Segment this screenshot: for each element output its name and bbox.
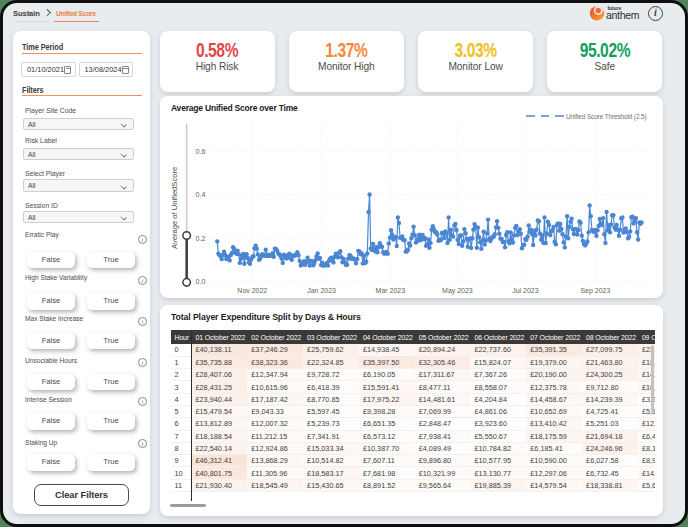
svg-text:0.6: 0.6	[195, 147, 205, 155]
svg-text:May 2023: May 2023	[442, 286, 473, 294]
svg-text:Mar 2023: Mar 2023	[375, 286, 405, 293]
svg-text:Jan 2023: Jan 2023	[307, 286, 336, 293]
svg-text:0.2: 0.2	[195, 234, 205, 242]
svg-text:0.4: 0.4	[195, 190, 205, 198]
svg-text:0.0: 0.0	[195, 278, 205, 286]
svg-text:Jul 2023: Jul 2023	[512, 286, 538, 293]
svg-text:Sep 2023: Sep 2023	[580, 286, 610, 294]
svg-text:Nov 2022: Nov 2022	[237, 286, 267, 293]
